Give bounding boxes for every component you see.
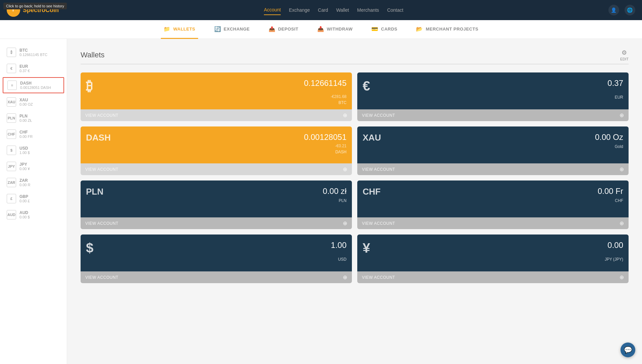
coin-name: CHF xyxy=(19,130,33,135)
wallet-card-footer-5[interactable]: VIEW ACCOUNT ⊕ xyxy=(357,217,629,229)
wallet-card-5[interactable]: CHF 0.00 Fr CHF VIEW ACCOUNT ⊕ xyxy=(357,180,629,229)
sec-nav-label: WITHDRAW xyxy=(327,27,353,32)
coin-icon-btc: ₿ xyxy=(7,48,16,57)
nav-link-card[interactable]: Card xyxy=(318,5,328,15)
edit-button[interactable]: ⚙ EDIT xyxy=(620,49,629,61)
arrow-icon: ⊕ xyxy=(343,274,348,280)
wallet-card-footer-1[interactable]: VIEW ACCOUNT ⊕ xyxy=(357,109,629,121)
wallet-card-footer-4[interactable]: VIEW ACCOUNT ⊕ xyxy=(81,217,352,229)
coin-name: PLN xyxy=(19,114,32,118)
sidebar-item-chf[interactable]: CHF CHF 0.00 FR xyxy=(0,126,67,142)
sidebar-item-zar[interactable]: ZAR ZAR 0.00 R xyxy=(0,174,67,191)
sidebar-item-pln[interactable]: PLN PLN 0.00 ZŁ xyxy=(0,110,67,126)
wallet-card-2[interactable]: DASH 0.00128051 -€0.21 DASH VIEW ACCOUNT… xyxy=(81,126,352,175)
sec-nav-label: WALLETS xyxy=(173,27,195,32)
nav-link-exchange[interactable]: Exchange xyxy=(289,5,310,15)
view-account-label: VIEW ACCOUNT xyxy=(362,113,395,118)
arrow-icon: ⊕ xyxy=(343,220,348,226)
wallet-label: Gold xyxy=(363,144,623,149)
wallet-card-footer-7[interactable]: VIEW ACCOUNT ⊕ xyxy=(357,271,629,283)
wallet-card-footer-3[interactable]: VIEW ACCOUNT ⊕ xyxy=(357,163,629,175)
coin-info-aud: AUD 0.00 $ xyxy=(19,210,30,219)
coin-balance: 0.00 $ xyxy=(19,215,30,219)
wallet-symbol: XAU xyxy=(363,133,381,143)
sec-nav-label: DEPOSIT xyxy=(278,27,299,32)
top-nav: SpectroCoin AccountExchangeCardWalletMer… xyxy=(0,0,642,20)
nav-link-merchants[interactable]: Merchants xyxy=(357,5,379,15)
coin-name: DASH xyxy=(20,81,51,86)
wallet-card-1[interactable]: € 0.37 EUR VIEW ACCOUNT ⊕ xyxy=(357,72,629,121)
nav-link-wallet[interactable]: Wallet xyxy=(336,5,349,15)
view-account-label: VIEW ACCOUNT xyxy=(85,275,119,280)
coin-icon-xau: XAU xyxy=(7,97,16,107)
wallet-card-3[interactable]: XAU 0.00 Oz Gold VIEW ACCOUNT ⊕ xyxy=(357,126,629,175)
wallet-card-0[interactable]: ₿ 0.12661145 -€281.68 BTC VIEW ACCOUNT ⊕ xyxy=(81,72,352,121)
coin-balance: 1.00 $ xyxy=(19,151,30,155)
coin-balance: 0.00 FR xyxy=(19,135,33,139)
coin-icon-eur: € xyxy=(7,64,16,73)
chat-bubble[interactable]: 💬 xyxy=(621,343,635,357)
secondary-nav: 📁 WALLETS🔄 EXCHANGE📤 DEPOSIT📥 WITHDRAW💳 … xyxy=(0,20,642,39)
wallet-card-footer-0[interactable]: VIEW ACCOUNT ⊕ xyxy=(81,109,352,121)
arrow-icon: ⊕ xyxy=(620,166,624,172)
wallet-card-body-1: € 0.37 EUR xyxy=(357,72,629,109)
wallet-symbol: CHF xyxy=(363,187,380,197)
wallet-card-body-4: PLN 0.00 zł PLN xyxy=(81,180,352,217)
sidebar-item-eur[interactable]: € EUR 0.37 € xyxy=(0,60,67,76)
wallet-symbol: PLN xyxy=(86,187,103,197)
wallet-card-footer-2[interactable]: VIEW ACCOUNT ⊕ xyxy=(81,163,352,175)
sidebar-item-btc[interactable]: ₿ BTC 0.12661145 BTC xyxy=(0,44,67,60)
globe-icon[interactable]: 🌐 xyxy=(625,5,635,15)
wallet-card-body-7: ¥ 0.00 JPY (JPY) xyxy=(357,235,629,271)
wallet-card-footer-6[interactable]: VIEW ACCOUNT ⊕ xyxy=(81,271,352,283)
sidebar-item-jpy[interactable]: JPY JPY 0.00 ¥ xyxy=(0,158,67,174)
wallet-symbol: € xyxy=(363,79,370,94)
coin-name: BTC xyxy=(19,48,47,53)
sec-nav-wallets[interactable]: 📁 WALLETS xyxy=(161,20,198,39)
coin-name: EUR xyxy=(19,64,30,69)
view-account-label: VIEW ACCOUNT xyxy=(85,167,119,172)
wallet-card-7[interactable]: ¥ 0.00 JPY (JPY) VIEW ACCOUNT ⊕ xyxy=(357,235,629,283)
wallet-card-6[interactable]: $ 1.00 USD VIEW ACCOUNT ⊕ xyxy=(81,235,352,283)
coin-info-zar: ZAR 0.00 R xyxy=(19,178,30,187)
main-layout: ₿ BTC 0.12661145 BTC € EUR 0.37 € ≡ DASH… xyxy=(0,39,642,364)
coin-name: ZAR xyxy=(19,178,30,183)
wallet-symbol: ₿ xyxy=(86,79,93,94)
sidebar-item-xau[interactable]: XAU XAU 0.00 OZ xyxy=(0,94,67,110)
coin-info-dash: DASH 0.00128051 DASH xyxy=(20,81,51,90)
nav-links: AccountExchangeCardWalletMerchantsContac… xyxy=(264,5,403,15)
nav-link-account[interactable]: Account xyxy=(264,5,281,15)
coin-balance: 0.00 ¥ xyxy=(19,167,30,171)
wallet-card-body-2: DASH 0.00128051 -€0.21 DASH xyxy=(81,126,352,163)
coin-info-eur: EUR 0.37 € xyxy=(19,64,30,73)
wallet-label: PLN xyxy=(86,198,347,203)
wallet-label: JPY (JPY) xyxy=(363,257,623,262)
sec-nav-cards[interactable]: 💳 CARDS xyxy=(369,20,400,39)
coin-icon-gbp: £ xyxy=(7,194,16,203)
wallet-grid: ₿ 0.12661145 -€281.68 BTC VIEW ACCOUNT ⊕… xyxy=(81,72,629,283)
wallet-card-body-5: CHF 0.00 Fr CHF xyxy=(357,180,629,217)
coin-info-jpy: JPY 0.00 ¥ xyxy=(19,162,30,171)
sec-nav-withdraw[interactable]: 📥 WITHDRAW xyxy=(315,20,355,39)
sidebar-item-usd[interactable]: $ USD 1.00 $ xyxy=(0,142,67,158)
sec-nav-deposit[interactable]: 📤 DEPOSIT xyxy=(266,20,301,39)
sidebar-item-aud[interactable]: AUD AUD 0.00 $ xyxy=(0,207,67,223)
sidebar-item-gbp[interactable]: £ GBP 0.00 £ xyxy=(0,191,67,207)
user-icon[interactable]: 👤 xyxy=(608,5,619,15)
nav-link-contact[interactable]: Contact xyxy=(387,5,403,15)
coin-icon-dash: ≡ xyxy=(7,81,17,90)
wallet-label: CHF xyxy=(363,198,623,203)
coin-info-chf: CHF 0.00 FR xyxy=(19,130,33,139)
main-content: Wallets ⚙ EDIT ₿ 0.12661145 -€281.68 BTC… xyxy=(67,39,642,364)
coin-info-pln: PLN 0.00 ZŁ xyxy=(19,114,32,122)
wallet-card-4[interactable]: PLN 0.00 zł PLN VIEW ACCOUNT ⊕ xyxy=(81,180,352,229)
sidebar-item-dash[interactable]: ≡ DASH 0.00128051 DASH xyxy=(3,77,64,93)
sidebar: ₿ BTC 0.12661145 BTC € EUR 0.37 € ≡ DASH… xyxy=(0,39,67,364)
sec-nav-exchange[interactable]: 🔄 EXCHANGE xyxy=(212,20,253,39)
coin-info-btc: BTC 0.12661145 BTC xyxy=(19,48,47,57)
wallet-card-body-0: ₿ 0.12661145 -€281.68 BTC xyxy=(81,72,352,109)
wallet-amount: 0.37 xyxy=(607,79,623,88)
wallet-symbol: $ xyxy=(86,241,93,256)
page-title: Wallets xyxy=(81,51,104,59)
sec-nav-merchant-projects[interactable]: 📂 MERCHANT PROJECTS xyxy=(413,20,481,39)
